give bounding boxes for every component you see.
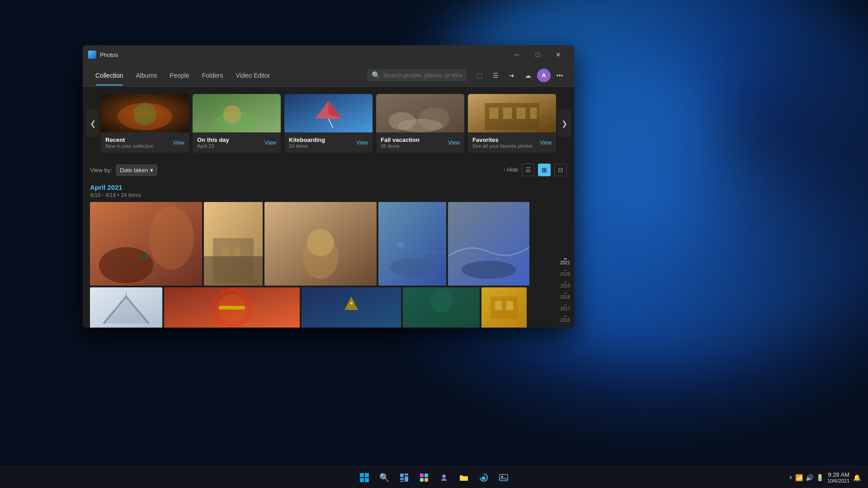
photo-cell-2[interactable] [204, 202, 263, 286]
carousel-prev[interactable]: ❮ [86, 110, 99, 137]
svg-point-22 [149, 206, 194, 270]
photo-cell-7[interactable] [164, 287, 300, 328]
svg-rect-51 [491, 296, 518, 319]
slideshow-button[interactable]: ➜ [505, 68, 519, 83]
svg-rect-66 [425, 478, 428, 482]
photo-cell-5[interactable] [448, 202, 529, 286]
carousel-card-kiteboarding[interactable]: Kiteboarding 24 items View [284, 94, 373, 153]
svg-point-13 [398, 119, 443, 132]
minimize-button[interactable]: ─ [506, 47, 527, 62]
svg-point-67 [442, 474, 446, 478]
card-info-kiteboarding: Kiteboarding 24 items View [284, 132, 373, 153]
search-taskbar-button[interactable]: 🔍 [375, 469, 393, 487]
photo-cell-4[interactable] [378, 202, 446, 286]
tab-video-editor[interactable]: Video Editor [230, 69, 275, 82]
toolbar: Collection Albums People Folders Video E… [83, 64, 574, 87]
layout-grid-button[interactable]: ⊞ [538, 164, 551, 176]
teams-taskbar-button[interactable] [435, 469, 453, 487]
photo-cell-8[interactable] [302, 287, 401, 328]
filter-button[interactable]: ☰ [488, 68, 503, 83]
card-title-recent: Recent [105, 136, 154, 143]
app-icon [88, 51, 96, 59]
store-taskbar-button[interactable] [415, 469, 433, 487]
import-button[interactable]: ⬚ [472, 68, 486, 83]
timeline-label-2016[interactable]: 2016 [560, 318, 570, 323]
card-title-fall-vacation: Fall vacaction [381, 136, 420, 143]
view-by-right: ↑ Hide ☰ ⊞ ⊟ [503, 164, 567, 176]
avatar[interactable]: A [537, 69, 551, 82]
timeline-dot-2018[interactable] [564, 293, 567, 294]
clock[interactable]: 9:28 AM 10/6/2021 [827, 471, 849, 483]
tab-albums[interactable]: Albums [130, 69, 162, 82]
section-range: 4/10 - 4/18 • 24 items [90, 192, 567, 198]
tab-people[interactable]: People [164, 69, 195, 82]
card-thumbnail-fall-vacation [376, 94, 464, 132]
maximize-button[interactable]: □ [527, 47, 548, 62]
nav-tabs: Collection Albums People Folders Video E… [90, 69, 365, 82]
date-taken-dropdown[interactable]: Date taken ▾ [116, 164, 157, 176]
carousel-card-recent[interactable]: Recent New in your collection View [101, 94, 189, 153]
timeline-dot-2017[interactable] [564, 305, 567, 305]
date-range: 4/10 - 4/18 [90, 192, 116, 198]
close-button[interactable]: ✕ [548, 47, 569, 62]
carousel-card-favorites[interactable]: Favorites See all your favorite photos V… [468, 94, 556, 153]
battery-icon: 🔋 [816, 474, 824, 481]
carousel-next[interactable]: ❯ [558, 110, 571, 137]
explorer-taskbar-button[interactable] [455, 469, 473, 487]
search-icon: 🔍 [372, 71, 381, 80]
timeline-dot-2019[interactable] [564, 282, 567, 282]
tab-collection[interactable]: Collection [90, 69, 128, 82]
timeline-dot-2016[interactable] [564, 316, 567, 317]
photo-cell-6[interactable] [90, 287, 162, 328]
timeline-label-2019[interactable]: 2019 [560, 283, 570, 289]
toolbar-icons: ⬚ ☰ ➜ ☁ A ••• [472, 68, 567, 83]
card-view-kiteboarding[interactable]: View [356, 140, 368, 146]
svg-point-48 [430, 290, 453, 312]
card-view-fall-vacation[interactable]: View [448, 140, 460, 146]
photo-cell-3[interactable] [264, 202, 377, 286]
wifi-icon: 📶 [795, 474, 803, 481]
title-bar-left: Photos [88, 51, 118, 59]
more-button[interactable]: ••• [552, 68, 567, 83]
tab-folders[interactable]: Folders [197, 69, 229, 82]
card-view-on-this-day[interactable]: View [264, 140, 276, 146]
hide-button[interactable]: ↑ Hide [503, 167, 518, 173]
carousel-card-fall-vacation[interactable]: Fall vacaction 38 items View [376, 94, 464, 153]
chevron-up-tray-icon[interactable]: ∧ [789, 474, 793, 480]
card-thumbnail-kiteboarding [284, 94, 373, 132]
layout-large-button[interactable]: ⊟ [554, 164, 567, 176]
card-subtitle-fall-vacation: 38 items [381, 143, 420, 149]
app-window: Photos ─ □ ✕ Collection Albums People Fo… [83, 45, 574, 328]
svg-point-5 [223, 105, 241, 123]
search-box[interactable]: 🔍 [367, 69, 467, 81]
title-bar-controls: ─ □ ✕ [506, 47, 569, 62]
photo-row-2 [90, 287, 567, 328]
card-view-recent[interactable]: View [173, 140, 184, 146]
card-text-favorites: Favorites See all your favorite photos [472, 136, 533, 149]
card-text-on-this-day: On this day April 23 [197, 136, 229, 149]
timeline-label-2017[interactable]: 2017 [560, 306, 570, 312]
photo-cell-10[interactable] [481, 287, 527, 328]
card-subtitle-favorites: See all your favorite photos [472, 143, 533, 149]
edge-taskbar-button[interactable] [475, 469, 493, 487]
photo-cell-1[interactable] [90, 202, 202, 286]
svg-point-46 [350, 302, 353, 305]
card-view-favorites[interactable]: View [540, 140, 552, 146]
widgets-button[interactable] [395, 469, 413, 487]
start-button[interactable] [355, 469, 373, 487]
notification-icon[interactable]: 🔔 [853, 474, 861, 481]
photos-taskbar-button[interactable] [495, 469, 513, 487]
search-input[interactable] [383, 72, 462, 79]
timeline-label-2020[interactable]: 2020 [560, 272, 570, 277]
timeline-label-2021[interactable]: 2021 [560, 260, 570, 266]
timeline-dot-2021[interactable] [564, 258, 567, 259]
card-subtitle-on-this-day: April 23 [197, 143, 229, 149]
carousel-card-on-this-day[interactable]: On this day April 23 View [193, 94, 281, 153]
layout-list-button[interactable]: ☰ [522, 164, 534, 176]
timeline-dot-2020[interactable] [564, 270, 567, 271]
svg-rect-19 [530, 108, 537, 119]
photo-cell-9[interactable] [403, 287, 480, 328]
timeline-label-2018[interactable]: 2018 [560, 295, 570, 300]
cloud-button[interactable]: ☁ [521, 68, 535, 83]
svg-rect-28 [233, 247, 240, 256]
